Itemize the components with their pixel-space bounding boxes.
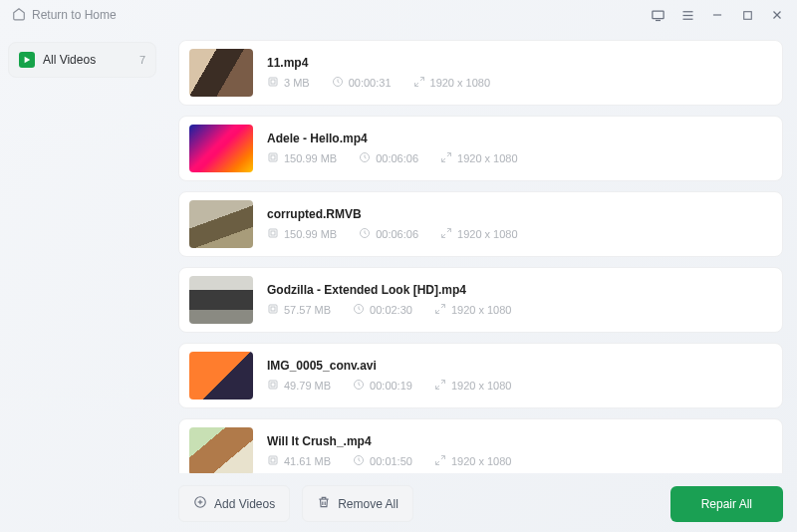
video-filename: IMG_0005_conv.avi bbox=[267, 359, 772, 373]
svg-rect-9 bbox=[269, 78, 277, 86]
video-resolution: 1920 x 1080 bbox=[434, 454, 512, 468]
video-duration: 00:06:06 bbox=[359, 227, 418, 241]
storage-icon bbox=[267, 227, 279, 241]
video-duration: 00:00:19 bbox=[353, 379, 412, 393]
video-thumbnail bbox=[189, 276, 253, 324]
video-size: 3 MB bbox=[267, 76, 310, 90]
svg-line-13 bbox=[414, 83, 418, 87]
add-videos-label: Add Videos bbox=[214, 497, 275, 511]
storage-icon bbox=[267, 151, 279, 165]
video-filename: Will It Crush_.mp4 bbox=[267, 434, 772, 448]
minimize-icon[interactable] bbox=[709, 7, 725, 23]
svg-line-27 bbox=[441, 305, 445, 309]
add-videos-button[interactable]: Add Videos bbox=[178, 485, 290, 522]
svg-rect-5 bbox=[743, 11, 751, 19]
svg-marker-8 bbox=[25, 57, 31, 63]
svg-line-33 bbox=[435, 386, 439, 390]
video-thumbnail bbox=[189, 49, 253, 97]
video-thumbnail bbox=[189, 200, 253, 248]
video-size: 49.79 MB bbox=[267, 379, 331, 393]
video-duration: 00:06:06 bbox=[359, 151, 418, 165]
video-resolution: 1920 x 1080 bbox=[440, 227, 518, 241]
video-item[interactable]: IMG_0005_conv.avi 49.79 MB 00:00:19 1920… bbox=[178, 343, 783, 408]
svg-line-12 bbox=[420, 78, 424, 82]
svg-rect-15 bbox=[271, 155, 275, 159]
clock-icon bbox=[332, 76, 344, 90]
svg-rect-25 bbox=[271, 307, 275, 311]
expand-icon bbox=[413, 76, 425, 90]
video-resolution: 1920 x 1080 bbox=[413, 76, 491, 90]
expand-icon bbox=[434, 303, 446, 317]
menu-icon[interactable] bbox=[679, 7, 695, 23]
video-thumbnail bbox=[189, 427, 253, 473]
storage-icon bbox=[267, 76, 279, 90]
window-controls bbox=[650, 7, 785, 23]
video-resolution: 1920 x 1080 bbox=[434, 303, 512, 317]
svg-rect-34 bbox=[269, 456, 277, 464]
svg-rect-10 bbox=[271, 80, 275, 84]
titlebar: Return to Home bbox=[0, 0, 797, 30]
maximize-icon[interactable] bbox=[739, 7, 755, 23]
svg-rect-35 bbox=[271, 458, 275, 462]
video-thumbnail bbox=[189, 125, 253, 172]
video-item[interactable]: Godzilla - Extended Look [HD].mp4 57.57 … bbox=[178, 267, 783, 333]
repair-all-button[interactable]: Repair All bbox=[670, 486, 783, 522]
video-size: 41.61 MB bbox=[267, 454, 331, 468]
video-item[interactable]: corrupted.RMVB 150.99 MB 00:06:06 1920 x… bbox=[178, 191, 783, 257]
video-item[interactable]: 11.mp4 3 MB 00:00:31 1920 x 1080 bbox=[178, 40, 783, 106]
video-resolution: 1920 x 1080 bbox=[434, 379, 512, 393]
video-duration: 00:02:30 bbox=[353, 303, 412, 317]
video-list: 11.mp4 3 MB 00:00:31 1920 x 1080 Adele -… bbox=[178, 40, 783, 473]
close-icon[interactable] bbox=[769, 7, 785, 23]
clock-icon bbox=[353, 379, 365, 393]
video-duration: 00:01:50 bbox=[353, 454, 412, 468]
svg-line-37 bbox=[441, 456, 445, 460]
video-icon bbox=[19, 52, 35, 68]
main-content: 11.mp4 3 MB 00:00:31 1920 x 1080 Adele -… bbox=[164, 30, 797, 532]
svg-rect-24 bbox=[269, 305, 277, 313]
return-home-button[interactable]: Return to Home bbox=[12, 7, 117, 24]
video-filename: Godzilla - Extended Look [HD].mp4 bbox=[267, 283, 772, 297]
plus-circle-icon bbox=[193, 495, 207, 512]
video-filename: corrupted.RMVB bbox=[267, 207, 772, 221]
video-duration: 00:00:31 bbox=[332, 76, 392, 90]
svg-rect-29 bbox=[269, 381, 277, 389]
svg-line-17 bbox=[447, 153, 451, 157]
remove-all-button[interactable]: Remove All bbox=[302, 485, 413, 522]
footer-bar: Add Videos Remove All Repair All bbox=[178, 473, 783, 522]
svg-line-38 bbox=[435, 461, 439, 465]
video-thumbnail bbox=[189, 352, 253, 399]
storage-icon bbox=[267, 454, 279, 468]
svg-rect-30 bbox=[271, 383, 275, 387]
sidebar-item-count: 7 bbox=[139, 54, 145, 66]
video-size: 150.99 MB bbox=[267, 151, 337, 165]
storage-icon bbox=[267, 303, 279, 317]
video-resolution: 1920 x 1080 bbox=[440, 151, 518, 165]
home-icon bbox=[12, 7, 26, 24]
svg-line-18 bbox=[442, 158, 446, 162]
storage-icon bbox=[267, 379, 279, 393]
video-size: 57.57 MB bbox=[267, 303, 331, 317]
clock-icon bbox=[353, 454, 365, 468]
feedback-icon[interactable] bbox=[650, 7, 665, 23]
sidebar: All Videos 7 bbox=[0, 30, 164, 532]
svg-line-23 bbox=[442, 234, 446, 238]
expand-icon bbox=[440, 227, 452, 241]
svg-line-22 bbox=[447, 229, 451, 233]
video-size: 150.99 MB bbox=[267, 227, 337, 241]
trash-icon bbox=[317, 495, 331, 512]
clock-icon bbox=[359, 151, 371, 165]
clock-icon bbox=[359, 227, 371, 241]
svg-line-32 bbox=[441, 381, 445, 385]
expand-icon bbox=[434, 454, 446, 468]
video-item[interactable]: Adele - Hello.mp4 150.99 MB 00:06:06 192… bbox=[178, 116, 783, 181]
clock-icon bbox=[353, 303, 365, 317]
repair-all-label: Repair All bbox=[701, 497, 752, 511]
svg-rect-14 bbox=[269, 153, 277, 161]
svg-rect-20 bbox=[271, 231, 275, 235]
remove-all-label: Remove All bbox=[338, 497, 398, 511]
expand-icon bbox=[434, 379, 446, 393]
expand-icon bbox=[440, 151, 452, 165]
sidebar-item-all-videos[interactable]: All Videos 7 bbox=[8, 42, 156, 78]
video-item[interactable]: Will It Crush_.mp4 41.61 MB 00:01:50 192… bbox=[178, 418, 783, 473]
